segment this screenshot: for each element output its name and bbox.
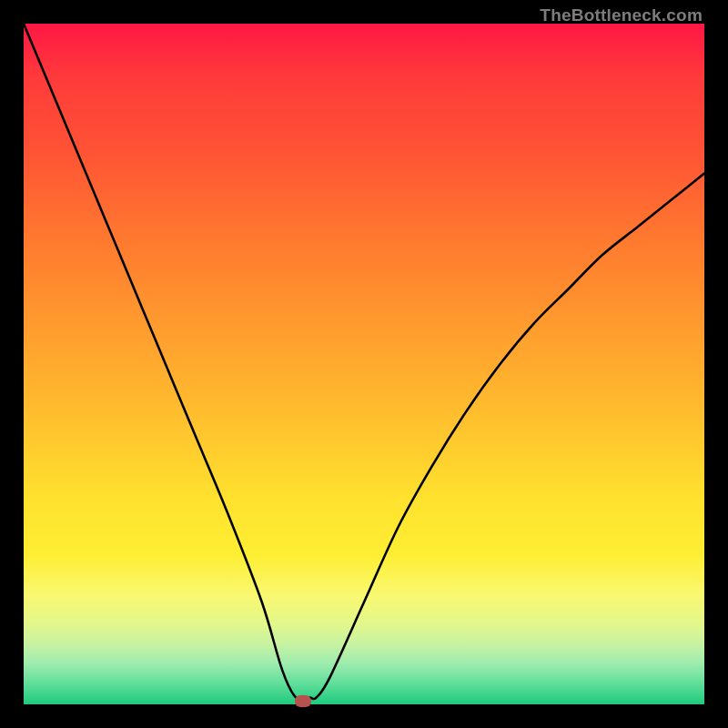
chart-frame: TheBottleneck.com [0, 0, 728, 728]
bottleneck-curve [24, 24, 704, 700]
watermark-text: TheBottleneck.com [540, 5, 703, 25]
curve-svg [24, 24, 704, 704]
optimal-point-marker [295, 695, 311, 707]
plot-area [24, 24, 704, 704]
